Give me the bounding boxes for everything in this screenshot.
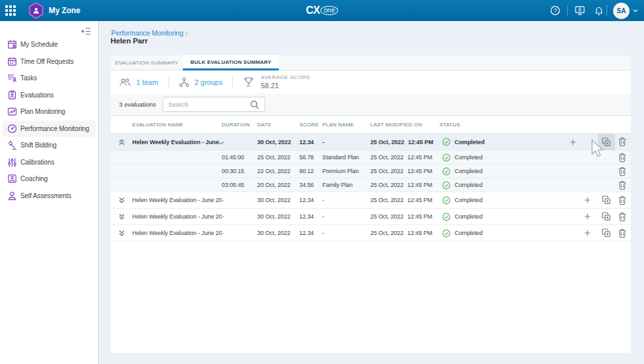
copy-evaluation-icon[interactable] xyxy=(598,225,615,241)
add-evaluation-icon[interactable] xyxy=(564,134,582,150)
trophy-icon xyxy=(243,76,255,88)
sidebar-collapse-icon[interactable] xyxy=(80,25,93,37)
add-evaluation-icon[interactable] xyxy=(579,209,596,224)
self-assessments-icon xyxy=(7,191,17,201)
average-score-value: 58.21 xyxy=(260,82,310,90)
sidebar-menu: My Schedule Time Off Requests Tasks Eval… xyxy=(0,36,98,204)
col-duration[interactable]: DURATION xyxy=(222,122,257,128)
table-row-child[interactable]: 03:05:45 20 Oct, 2022 34.56 Family Plan … xyxy=(111,178,631,192)
delete-evaluation-icon[interactable] xyxy=(614,225,631,241)
table-row-child[interactable]: 00:30:15 22 Oct, 2022 90.12 Premium Plan… xyxy=(111,165,631,178)
col-date[interactable]: DATE xyxy=(257,122,299,128)
evaluation-count: 3 evaluations xyxy=(119,101,162,108)
shift-bidding-icon xyxy=(7,140,17,150)
plan-monitoring-icon xyxy=(7,107,17,117)
col-plan-name[interactable]: PLAN NAME xyxy=(322,122,370,128)
sidebar: My Schedule Time Off Requests Tasks Eval… xyxy=(0,21,99,364)
help-icon[interactable]: ? xyxy=(550,5,560,16)
sidebar-item-performance-monitoring[interactable]: Performance Monitoring xyxy=(3,120,95,138)
schedule-icon xyxy=(7,39,17,49)
team-link[interactable]: 1 team xyxy=(119,77,159,88)
supervisor-icon[interactable] xyxy=(574,5,585,16)
col-evaluation-name[interactable]: EVALUATION NAME xyxy=(132,122,222,128)
sidebar-item-coaching[interactable]: Coaching xyxy=(3,170,95,188)
sidebar-item-time-off-requests[interactable]: Time Off Requests xyxy=(3,53,95,70)
add-evaluation-icon[interactable] xyxy=(579,225,596,241)
user-menu-chevron-icon[interactable] xyxy=(632,8,639,13)
table-row-parent-collapsed[interactable]: Helen Weekly Evaluation - June 20 - 30 O… xyxy=(111,225,631,242)
stats-bar: 1 team 2 groups AVERAGE SCORE 58.21 xyxy=(111,70,631,93)
cxone-logo: CXone xyxy=(0,0,644,21)
add-evaluation-icon[interactable] xyxy=(579,192,596,208)
user-avatar[interactable]: SA xyxy=(613,3,630,19)
evaluations-icon xyxy=(7,90,17,100)
groups-link[interactable]: 2 groups xyxy=(179,77,223,88)
table-toolbar: 3 evaluations xyxy=(111,93,631,116)
sidebar-item-my-schedule[interactable]: My Schedule xyxy=(3,36,95,53)
tab-bulk-evaluation-summary[interactable]: BULK EVALUATION SUMMARY xyxy=(183,55,279,70)
sidebar-item-evaluations[interactable]: Evaluations xyxy=(3,87,95,104)
table-row-child[interactable]: 01:45:00 25 Oct, 2022 56.78 Standard Pla… xyxy=(111,151,631,165)
col-last-modified[interactable]: LAST MODIFIED ON xyxy=(370,122,439,128)
top-bar: My Zone CXone ? SA xyxy=(0,0,644,21)
delete-evaluation-icon[interactable] xyxy=(614,151,631,164)
search-box[interactable] xyxy=(162,97,265,112)
delete-evaluation-icon[interactable] xyxy=(614,165,631,178)
delete-evaluation-icon[interactable] xyxy=(614,134,631,150)
copy-evaluation-icon[interactable] xyxy=(598,209,615,224)
delete-evaluation-icon[interactable] xyxy=(614,178,631,192)
sidebar-item-shift-bidding[interactable]: Shift Bidding xyxy=(3,137,95,154)
average-score-label: AVERAGE SCORE xyxy=(260,75,310,80)
mouse-cursor xyxy=(589,139,605,159)
col-score[interactable]: SCORE xyxy=(299,122,322,128)
table-row-parent-collapsed[interactable]: Helen Weekly Evaluation - June 20 - 30 O… xyxy=(111,209,631,225)
page-title: Helen Parr xyxy=(111,37,148,45)
sidebar-item-calibrations[interactable]: Calibrations xyxy=(3,154,95,171)
svg-text:?: ? xyxy=(554,7,557,14)
performance-monitoring-icon xyxy=(7,124,17,134)
search-icon[interactable] xyxy=(250,100,259,109)
coaching-icon xyxy=(7,174,17,184)
delete-evaluation-icon[interactable] xyxy=(614,209,631,224)
delete-evaluation-icon[interactable] xyxy=(614,192,631,208)
col-status[interactable]: STATUS xyxy=(439,122,631,128)
tab-bar: EVALUATION SUMMARY BULK EVALUATION SUMMA… xyxy=(111,55,631,70)
time-off-icon xyxy=(7,57,17,66)
notifications-icon[interactable] xyxy=(594,5,604,16)
sidebar-item-tasks[interactable]: Tasks xyxy=(3,70,95,87)
table-row-parent-expanded[interactable]: Helen Weekly Evaluation - June... - 30 O… xyxy=(111,134,631,151)
sidebar-item-plan-monitoring[interactable]: Plan Monitoring xyxy=(3,103,95,120)
table-header: EVALUATION NAME DURATION DATE SCORE PLAN… xyxy=(111,116,631,134)
copy-evaluation-icon[interactable] xyxy=(598,192,615,208)
content-card: EVALUATION SUMMARY BULK EVALUATION SUMMA… xyxy=(111,55,631,353)
tasks-icon xyxy=(7,73,17,83)
table-row-parent-collapsed[interactable]: Helen Weekly Evaluation - June 20 - 30 O… xyxy=(111,192,631,209)
breadcrumb[interactable]: Performance Monitoring› xyxy=(111,29,187,37)
search-input[interactable] xyxy=(168,101,250,108)
calibrations-icon xyxy=(7,157,17,167)
sidebar-item-self-assessments[interactable]: Self Assessments xyxy=(3,188,95,205)
tab-evaluation-summary[interactable]: EVALUATION SUMMARY xyxy=(111,55,183,70)
